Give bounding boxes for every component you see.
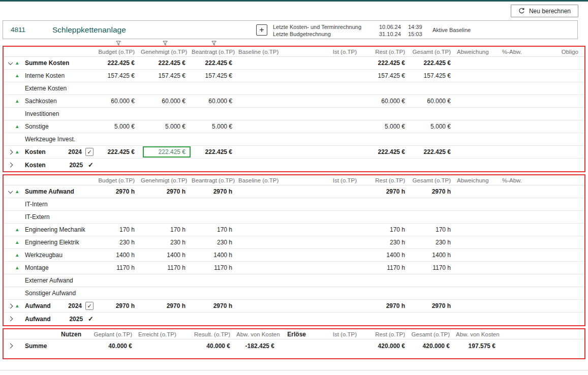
toolbar: Neu berechnen (0, 2, 588, 20)
recalculate-label: Neu berechnen (529, 8, 571, 15)
column-header: Genehmigt (o.TP) (141, 177, 192, 183)
column-header: Gesamt (o.TP) (411, 177, 457, 183)
value-cell: 60.000 € (141, 98, 192, 105)
calc-info-dates: 10.06.24 31.10.24 (379, 23, 401, 38)
value-cell: 2970 h (363, 302, 411, 309)
row-label-cell: Sonstiger Aufwand (4, 290, 98, 297)
column-header: Beantragt (o.TP) (192, 49, 238, 55)
column-header: Abw. von Kosten (456, 331, 502, 337)
recalculate-button[interactable]: Neu berechnen (511, 5, 578, 17)
status-up-triangle-icon: ▲ (15, 253, 25, 258)
column-header: Beantragt (o.TP) (192, 177, 238, 183)
column-header: Budget (o.TP) (98, 177, 141, 183)
year-checkbox[interactable]: ✓ (85, 148, 94, 156)
project-title: Schleppkettenanlage (52, 25, 126, 35)
row-label-cell: Aufwand2025✓ (4, 315, 98, 323)
row-label: Summe (25, 342, 47, 350)
table-row: Externe Kosten (4, 82, 584, 95)
value-cell: 420.000 € (363, 342, 411, 350)
value-cell: 1400 h (363, 252, 411, 259)
value-cell: 2970 h (192, 302, 238, 309)
row-label: Kosten (25, 162, 46, 169)
row-label: Externe Kosten (25, 85, 67, 92)
table-row: ▲Interne Kosten157.425 €157.425 €157.425… (4, 70, 584, 82)
value-cell: 1400 h (411, 252, 457, 259)
row-label: Investitionen (25, 110, 59, 117)
row-label-cell: ▲Sachkosten (4, 98, 98, 105)
status-up-triangle-icon: ▲ (15, 99, 25, 104)
table-row: Externer Aufwand (4, 274, 584, 287)
column-header: Geplant (o.TP) (87, 331, 138, 337)
value-cell: 2970 h (411, 302, 457, 309)
chevron-right-icon[interactable] (6, 163, 15, 167)
value-cell: 222.425 € (411, 59, 457, 67)
table-row: Investitionen (4, 108, 584, 120)
bottom-divider (0, 370, 588, 370)
column-header: Ist (o.TP) (282, 177, 363, 183)
value-cell: 5.000 € (141, 123, 192, 130)
value-cell: 157.425 € (363, 72, 411, 79)
table-row: IT-Intern (4, 198, 584, 211)
column-filter-strip (3, 39, 588, 46)
status-up-triangle-icon: ▲ (15, 124, 25, 129)
chevron-right-icon[interactable] (6, 150, 15, 154)
table-row: ▲Aufwand2024✓2970 h2970 h2970 h2970 h297… (4, 300, 584, 312)
value-cell: 60.000 € (363, 98, 411, 105)
filter-funnel-icon[interactable] (211, 41, 216, 46)
table-row: Aufwand2025✓ (4, 312, 584, 325)
row-label: Externer Aufwand (25, 277, 73, 284)
genehmigt-filter (140, 39, 191, 46)
chevron-right-icon[interactable] (6, 317, 15, 321)
budget-filter (97, 39, 140, 46)
row-label: Kosten (25, 148, 46, 155)
value-cell: 40.000 € (181, 342, 236, 350)
value-cell: 2970 h (141, 188, 192, 195)
kosten-table: Budget (o.TP)Genehmigt (o.TP)Beantragt (… (3, 46, 585, 172)
highlighted-value-box[interactable]: 222.425 € (143, 146, 191, 158)
row-label-cell: ▲Aufwand2024✓ (4, 302, 98, 310)
row-label: Sonstiger Aufwand (25, 290, 76, 297)
value-cell: 1400 h (98, 252, 141, 259)
row-label: Sachkosten (25, 98, 57, 105)
chevron-down-icon[interactable] (6, 190, 15, 194)
table-row: Sonstiger Aufwand (4, 287, 584, 300)
row-label-cell: Kosten2025✓ (4, 161, 98, 169)
chevron-right-icon[interactable] (6, 344, 15, 348)
filter-funnel-icon[interactable] (163, 41, 168, 46)
row-label-cell: Externe Kosten (4, 85, 98, 92)
column-header: Gesamt (o.TP) (411, 331, 456, 337)
row-label: Werkzeuge Invest. (25, 136, 75, 143)
table-row: ▲Summe Aufwand2970 h2970 h2970 h2970 h29… (4, 185, 584, 198)
last-budget-calc-label: Letzte Budgetrechnung (273, 30, 361, 38)
column-header: %-Abw. (491, 49, 528, 55)
value-cell: 5.000 € (98, 123, 141, 130)
calc-info-times: 14:39 15:03 (408, 23, 422, 38)
row-label-cell: ▲Engineering Mechanik (4, 226, 98, 233)
value-cell: 222.425 € (98, 59, 141, 67)
chevron-right-icon[interactable] (6, 304, 15, 308)
row-year: 2025 (69, 316, 83, 323)
year-check-icon[interactable]: ✓ (88, 315, 94, 323)
value-cell: -182.425 € (236, 342, 281, 350)
expand-all-button[interactable]: + (256, 24, 267, 36)
table-row: ▲Engineering Elektrik230 h230 h230 h230 … (4, 236, 584, 249)
last-budget-calc-time: 15:03 (408, 30, 422, 38)
column-header: Baseline (o.TP) (238, 49, 282, 55)
row-label-cell: Werkzeuge Invest. (4, 136, 98, 143)
status-up-triangle-icon: ▲ (15, 240, 25, 245)
year-check-icon[interactable]: ✓ (88, 161, 94, 169)
aufwand-table: Budget (o.TP)Genehmigt (o.TP)Beantragt (… (3, 174, 585, 326)
value-cell: 230 h (98, 239, 141, 246)
chevron-down-icon[interactable] (6, 61, 15, 65)
row-label: Interne Kosten (25, 72, 65, 79)
value-cell: 222.425 € (141, 59, 192, 67)
column-header: %-Abw. (491, 177, 528, 183)
row-label: IT-Intern (25, 201, 48, 208)
row-label-cell: IT-Intern (4, 201, 98, 208)
row-year: 2024 (68, 302, 82, 309)
column-header: Ist (o.TP) (282, 49, 363, 55)
row-label-cell: IT-Extern (4, 213, 98, 221)
year-checkbox[interactable]: ✓ (85, 302, 94, 310)
value-cell: 5.000 € (192, 123, 238, 130)
filter-funnel-icon[interactable] (116, 41, 121, 46)
